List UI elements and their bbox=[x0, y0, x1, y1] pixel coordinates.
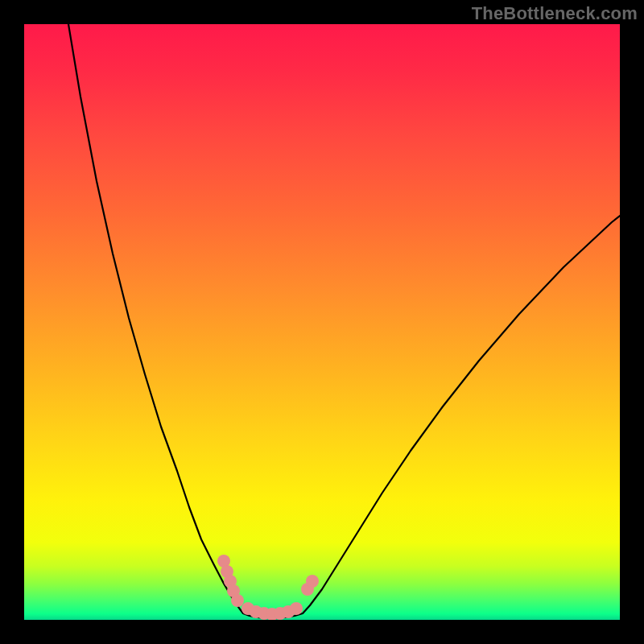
chart-frame: TheBottleneck.com bbox=[0, 0, 644, 644]
data-marker bbox=[231, 594, 244, 607]
plot-area bbox=[24, 24, 620, 620]
data-marker bbox=[306, 575, 319, 588]
watermark-text: TheBottleneck.com bbox=[472, 3, 638, 24]
bottleneck-curve bbox=[68, 24, 620, 618]
data-marker bbox=[290, 602, 303, 615]
chart-svg bbox=[24, 24, 620, 620]
